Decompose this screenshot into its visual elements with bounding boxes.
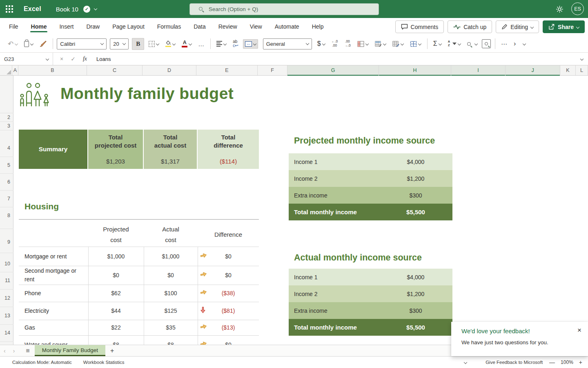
increase-decimal-button[interactable]: ←.0.00	[330, 38, 340, 50]
menu-data[interactable]: Data	[193, 19, 207, 34]
document-title[interactable]: Book 10	[56, 6, 78, 13]
row-header-7[interactable]: 7	[7, 196, 10, 202]
status-options-chevron[interactable]	[464, 361, 467, 364]
give-feedback-link[interactable]: Give Feedback to Microsoft	[486, 360, 543, 365]
analyze-data-button[interactable]	[482, 39, 491, 48]
menu-view[interactable]: View	[249, 19, 263, 34]
bold-button[interactable]: B	[132, 38, 144, 50]
summary-table[interactable]: SummaryTotalprojected cost$1,203Totalact…	[19, 130, 259, 169]
menu-formulas[interactable]: Formulas	[156, 19, 182, 34]
select-all-corner[interactable]	[0, 65, 12, 75]
cell-styles-button[interactable]	[390, 39, 405, 49]
wrap-text-button[interactable]: abc↩	[231, 38, 240, 50]
housing-projected-value[interactable]: $0	[88, 272, 144, 278]
sheet-list-menu-icon[interactable]: ≡	[18, 347, 34, 355]
autosave-check-icon[interactable]: ✓	[83, 6, 90, 13]
formula-bar-expand-chevron[interactable]	[580, 57, 584, 61]
font-color-button[interactable]: A	[180, 38, 194, 49]
menu-help[interactable]: Help	[311, 19, 325, 34]
name-box[interactable]: G23	[0, 53, 53, 65]
row-header-gutter[interactable]: 234567891011121314	[0, 76, 13, 345]
cancel-icon[interactable]: ×	[56, 56, 67, 62]
column-header-I[interactable]: I	[451, 65, 506, 75]
zoom-in-button[interactable]: +	[579, 359, 582, 366]
housing-row-name[interactable]: Phone	[24, 289, 86, 298]
search-input[interactable]: Search (Option + Q)	[189, 3, 379, 15]
column-header-E[interactable]: E	[196, 65, 258, 75]
column-header-J[interactable]: J	[506, 65, 560, 75]
row-header-3[interactable]: 3	[7, 123, 10, 129]
housing-projected-value[interactable]: $8	[88, 341, 144, 345]
housing-projected-value[interactable]: $1,000	[88, 253, 144, 260]
format-painter-button[interactable]	[38, 38, 49, 49]
column-header-K[interactable]: K	[560, 65, 576, 75]
actual-income-table[interactable]: Income 1$4,000Income 2$1,200Extra income…	[289, 269, 452, 336]
housing-projected-value[interactable]: $62	[88, 290, 144, 296]
summary-cell[interactable]: Totalprojected cost$1,203	[88, 130, 144, 169]
actual-income-row[interactable]: Income 2$1,200	[289, 285, 452, 302]
housing-row-name[interactable]: Mortgage or rent	[24, 252, 86, 260]
actual-income-row[interactable]: Total monthly income$5,500	[289, 319, 452, 336]
fill-color-button[interactable]	[163, 38, 177, 49]
column-header-G[interactable]: G	[287, 65, 379, 75]
app-launcher-icon[interactable]	[6, 5, 13, 13]
next-sheet-chevron[interactable]: ›	[9, 348, 19, 354]
comments-button[interactable]: Comments	[395, 20, 444, 33]
row-header-8[interactable]: 8	[7, 213, 10, 218]
undo-button[interactable]: ↶	[6, 38, 20, 49]
more-font-options-button[interactable]: …	[196, 39, 206, 49]
housing-actual-value[interactable]: $100	[144, 290, 198, 296]
ribbon-expand-button[interactable]: ›	[512, 38, 518, 49]
housing-projected-value[interactable]: $22	[88, 324, 144, 331]
summary-cell[interactable]: Totaldifference($114)	[198, 130, 259, 169]
add-sheet-button[interactable]: +	[105, 347, 119, 355]
workbook-statistics[interactable]: Workbook Statistics	[78, 360, 130, 365]
calculation-mode[interactable]: Calculation Mode: Automatic	[0, 360, 78, 365]
summary-cell[interactable]: Totalactual cost$1,317	[144, 130, 198, 169]
row-header-10[interactable]: 10	[4, 261, 10, 267]
row-header-13[interactable]: 13	[4, 313, 10, 319]
font-name-select[interactable]: Calibri	[57, 38, 107, 49]
housing-difference-value[interactable]: ($38)	[198, 290, 259, 296]
housing-row-name[interactable]: Electricity	[24, 307, 86, 315]
autosum-button[interactable]: Σ	[431, 38, 443, 49]
feedback-close-icon[interactable]: ×	[577, 326, 581, 334]
row-header-6[interactable]: 6	[7, 179, 10, 185]
prev-sheet-chevron[interactable]: ‹	[0, 348, 9, 354]
summary-header-cell[interactable]: Summary	[19, 130, 88, 169]
decrease-decimal-button[interactable]: .00→.0	[342, 38, 353, 50]
housing-difference-value[interactable]: ($13)	[198, 324, 259, 331]
menu-file[interactable]: File	[8, 19, 19, 34]
spreadsheet-grid[interactable]: 234567891011121314 Monthly family budget…	[0, 76, 588, 345]
projected-income-row[interactable]: Total monthly income$5,500	[289, 204, 452, 220]
column-header-D[interactable]: D	[143, 65, 196, 75]
housing-row-name[interactable]: Second mortgage or rent	[24, 267, 86, 284]
sheet-tab-active[interactable]: Monthly Family Budget	[35, 345, 105, 356]
housing-difference-value[interactable]: $0	[198, 253, 259, 260]
enter-check-icon[interactable]: ✓	[67, 56, 79, 62]
settings-gear-icon[interactable]	[556, 5, 564, 15]
housing-actual-value[interactable]: $1,000	[144, 253, 198, 260]
catch-up-button[interactable]: Catch up	[448, 20, 492, 33]
housing-actual-value[interactable]: $125	[144, 307, 198, 314]
column-header-C[interactable]: C	[87, 65, 143, 75]
column-header-L[interactable]: L	[576, 65, 588, 75]
housing-difference-value[interactable]: $0	[198, 341, 259, 345]
formula-input[interactable]: Loans	[96, 56, 111, 62]
row-header-9[interactable]: 9	[7, 239, 10, 245]
housing-difference-value[interactable]: $0	[198, 272, 259, 278]
account-avatar[interactable]: ES	[571, 2, 584, 15]
merge-center-button[interactable]: ↔	[243, 39, 258, 49]
sort-filter-button[interactable]: AZ	[446, 38, 463, 49]
editing-mode-button[interactable]: Editing	[496, 20, 539, 33]
insert-table-button[interactable]	[408, 39, 423, 49]
find-button[interactable]	[465, 40, 479, 48]
column-header-B[interactable]: B	[18, 65, 87, 75]
row-header-12[interactable]: 12	[4, 295, 10, 301]
projected-income-row[interactable]: Income 1$4,000	[289, 153, 452, 170]
column-header-A[interactable]: A	[12, 65, 18, 75]
ribbon-collapse-chevron[interactable]	[521, 40, 528, 47]
insert-function-icon[interactable]: fx	[79, 56, 91, 62]
document-title-chevron-icon[interactable]	[94, 7, 97, 10]
menu-insert[interactable]: Insert	[58, 19, 74, 34]
